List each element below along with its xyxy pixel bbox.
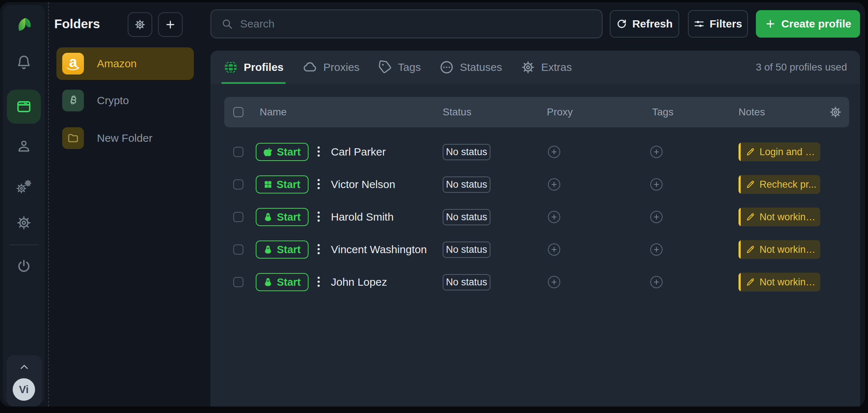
plus-icon [165,19,176,30]
filters-button[interactable]: Filters [688,10,748,38]
tab-statuses[interactable]: Statuses [439,60,502,74]
plus-icon [653,148,660,156]
profile-name[interactable]: John Lopez [331,266,387,298]
note-chip[interactable]: Login and p... [739,142,820,161]
status-badge[interactable]: No status [443,176,490,193]
bitcoin-icon [62,90,84,111]
start-label: Start [277,146,301,158]
search-icon [221,18,233,30]
add-proxy-button[interactable] [548,243,560,256]
add-tag-button[interactable] [650,211,663,223]
user-avatar[interactable]: Vi [13,378,35,401]
row-checkbox[interactable] [233,212,243,222]
windows-icon [264,180,272,189]
status-badge[interactable]: No status [443,242,490,258]
linux-icon [263,245,273,254]
add-tag-button[interactable] [650,276,663,288]
table-row: Start Carl Parker No status Login and p.… [210,136,860,168]
note-text: Not working... [760,277,817,288]
note-chip[interactable]: Not working... [739,240,820,259]
plus-icon [653,278,660,286]
add-tag-button[interactable] [650,178,663,191]
tab-extras[interactable]: Extras [521,60,572,74]
refresh-button[interactable]: Refresh [610,10,679,38]
folders-title: Folders [54,17,100,31]
note-chip[interactable]: Recheck pr... [739,175,820,194]
status-dots-icon [439,60,454,74]
add-proxy-button[interactable] [548,178,560,191]
automation-gears-icon[interactable] [15,178,33,195]
plus-icon [550,246,558,253]
row-checkbox[interactable] [233,179,243,190]
start-profile-button[interactable]: Start [256,208,309,226]
notifications-bell-icon[interactable] [16,54,32,70]
add-proxy-button[interactable] [548,276,560,288]
profile-name[interactable]: Vincent Washington [331,233,427,266]
profile-name[interactable]: Harold Smith [331,201,393,233]
row-menu-kebab[interactable] [318,212,320,222]
folder-item-new-folder[interactable]: New Folder [56,122,194,154]
nav-profiles-active[interactable] [7,90,41,124]
note-text: Recheck pr... [760,179,817,190]
table-row: Start Vincent Washington No status Not w… [210,233,860,266]
apple-icon [263,147,273,157]
table-row: Start Harold Smith No status Not working… [210,201,860,233]
accounts-person-icon[interactable] [16,138,32,154]
create-profile-button[interactable]: Create profile [756,10,860,38]
profile-name[interactable]: Victor Nelson [331,168,395,201]
plus-icon [653,213,660,221]
add-tag-button[interactable] [650,146,663,158]
start-profile-button[interactable]: Start [256,273,309,291]
table-settings-gear-icon[interactable] [829,106,842,119]
tab-tags[interactable]: Tags [378,60,421,74]
folders-settings-button[interactable] [128,12,152,37]
tag-icon [378,60,392,74]
profile-name[interactable]: Carl Parker [331,136,386,168]
note-accent-bar [739,273,741,291]
row-menu-kebab[interactable] [318,146,320,157]
row-checkbox[interactable] [233,147,243,157]
start-profile-button[interactable]: Start [256,143,309,161]
folder-name: Crypto [97,94,129,107]
gear-icon [521,60,535,74]
tab-label: Extras [541,61,572,73]
filters-label: Filters [710,18,742,30]
row-menu-kebab[interactable] [318,277,320,287]
folder-icon [62,127,84,149]
note-chip[interactable]: Not working... [739,273,820,291]
settings-gear-icon[interactable] [16,215,32,231]
refresh-icon [616,18,627,29]
tab-label: Profiles [244,61,284,73]
row-menu-kebab[interactable] [318,244,320,254]
power-logout-icon[interactable] [16,258,32,274]
start-profile-button[interactable]: Start [256,175,309,193]
add-proxy-button[interactable] [548,146,560,158]
globe-icon [224,60,238,74]
row-checkbox[interactable] [233,277,243,287]
add-proxy-button[interactable] [548,211,560,223]
status-badge[interactable]: No status [443,144,490,160]
plus-icon [550,148,558,156]
note-chip[interactable]: Not working... [739,208,820,226]
search-input[interactable] [239,17,595,30]
plus-icon [550,181,558,188]
add-folder-button[interactable] [158,12,183,37]
folder-item-crypto[interactable]: Crypto [56,84,194,117]
column-header-tags: Tags [652,97,673,127]
status-badge[interactable]: No status [443,274,490,290]
start-label: Start [277,211,301,223]
start-profile-button[interactable]: Start [256,240,309,259]
column-header-proxy: Proxy [547,97,573,127]
select-all-checkbox[interactable] [233,107,243,117]
row-menu-kebab[interactable] [318,179,320,189]
folder-item-amazon[interactable]: a Amazon [56,47,194,80]
user-initials: Vi [19,384,29,396]
tab-proxies[interactable]: Proxies [302,60,359,74]
row-checkbox[interactable] [233,244,243,255]
plus-icon [550,278,558,286]
note-accent-bar [739,142,741,161]
tab-profiles[interactable]: Profiles [224,60,284,74]
status-badge[interactable]: No status [443,209,490,225]
add-tag-button[interactable] [650,243,663,256]
create-profile-label: Create profile [781,18,851,30]
